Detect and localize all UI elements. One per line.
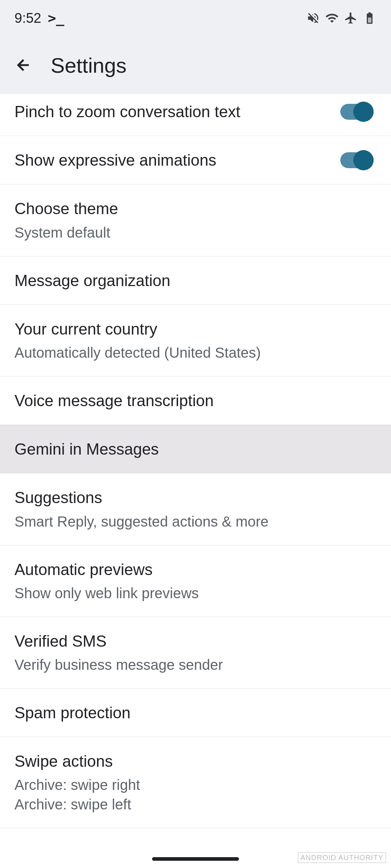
setting-title: Pinch to zoom conversation text [14, 101, 340, 122]
setting-subtitle: Automatically detected (United States) [14, 343, 377, 362]
setting-voice-transcription[interactable]: Voice message transcription [0, 376, 391, 425]
setting-title: Choose theme [14, 198, 377, 219]
setting-swipe-actions[interactable]: Swipe actions Archive: swipe right Archi… [0, 737, 391, 828]
wifi-icon [325, 11, 339, 25]
setting-title: Gemini in Messages [14, 439, 377, 459]
setting-current-country[interactable]: Your current country Automatically detec… [0, 305, 391, 376]
terminal-prompt-icon: >_ [48, 10, 64, 26]
status-bar: 9:52 >_ [0, 0, 391, 36]
airplane-icon [344, 11, 358, 25]
setting-verified-sms[interactable]: Verified SMS Verify business message sen… [0, 617, 391, 689]
setting-spam-protection[interactable]: Spam protection [0, 689, 391, 737]
setting-title: Spam protection [14, 702, 377, 723]
setting-subtitle-2: Archive: swipe left [14, 795, 377, 814]
mute-icon [306, 11, 320, 25]
status-left: 9:52 >_ [14, 10, 64, 26]
app-bar: Settings [0, 36, 391, 94]
setting-title: Automatic previews [14, 559, 377, 580]
setting-suggestions[interactable]: Suggestions Smart Reply, suggested actio… [0, 473, 391, 545]
setting-subtitle-1: Archive: swipe right [14, 775, 377, 795]
setting-title: Suggestions [14, 487, 377, 508]
setting-title: Message organization [14, 270, 377, 291]
setting-choose-theme[interactable]: Choose theme System default [0, 184, 391, 256]
setting-subtitle: Show only web link previews [14, 583, 377, 603]
setting-subtitle: Smart Reply, suggested actions & more [14, 512, 377, 531]
settings-list: Pinch to zoom conversation text Show exp… [0, 94, 391, 828]
setting-pinch-zoom[interactable]: Pinch to zoom conversation text [0, 94, 391, 136]
battery-icon [363, 11, 377, 25]
setting-title: Your current country [14, 319, 377, 339]
nav-indicator[interactable] [152, 857, 239, 861]
setting-title: Swipe actions [14, 751, 377, 771]
setting-title: Voice message transcription [14, 390, 377, 411]
setting-expressive-animations[interactable]: Show expressive animations [0, 136, 391, 184]
watermark: ANDROID AUTHORITY [298, 852, 386, 863]
setting-title: Verified SMS [14, 631, 377, 651]
status-right [306, 11, 377, 25]
back-arrow-icon[interactable] [14, 56, 33, 74]
page-title: Settings [51, 53, 127, 77]
setting-message-organization[interactable]: Message organization [0, 256, 391, 305]
expressive-animations-toggle[interactable] [340, 152, 371, 168]
pinch-zoom-toggle[interactable] [340, 104, 371, 120]
setting-gemini-messages[interactable]: Gemini in Messages [0, 425, 391, 473]
setting-automatic-previews[interactable]: Automatic previews Show only web link pr… [0, 545, 391, 617]
setting-subtitle: System default [14, 223, 377, 242]
setting-title: Show expressive animations [14, 150, 340, 170]
status-time: 9:52 [14, 10, 41, 26]
setting-subtitle: Verify business message sender [14, 655, 377, 675]
